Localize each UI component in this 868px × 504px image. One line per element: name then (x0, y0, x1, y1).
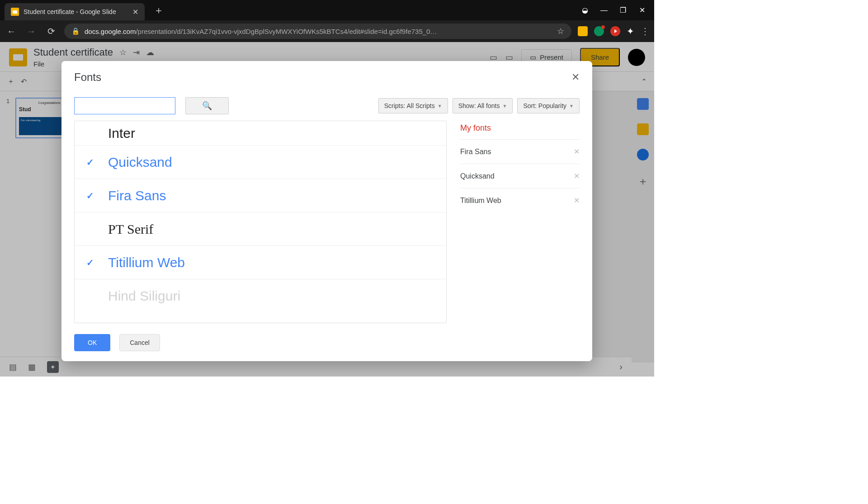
chevron-down-icon: ▼ (569, 104, 574, 108)
font-option[interactable]: ✓ Titillium Web (75, 246, 446, 279)
search-button[interactable]: 🔍 (185, 97, 229, 114)
browser-chrome: Student certificate - Google Slide ✕ ＋ ◒… (0, 0, 654, 42)
back-button[interactable]: ← (5, 26, 18, 37)
ok-button[interactable]: OK (74, 334, 110, 351)
youtube-icon[interactable] (610, 26, 620, 36)
browser-menu-icon[interactable]: ⋮ (641, 26, 650, 37)
my-fonts-title: My fonts (460, 121, 580, 139)
extension-icons: ✦ ⋮ (578, 26, 650, 37)
chevron-down-icon: ▼ (438, 104, 442, 108)
my-font-item[interactable]: Quicksand ✕ (460, 164, 580, 188)
bookmark-star-icon[interactable]: ☆ (557, 26, 564, 36)
font-name: Hind Siliguri (108, 288, 180, 304)
font-search-input[interactable] (74, 97, 175, 114)
font-name: Titillium Web (108, 255, 185, 270)
extensions-menu-icon[interactable]: ✦ (627, 26, 634, 37)
url-bar[interactable]: 🔒 docs.google.com/presentation/d/13iKvAZ… (64, 24, 571, 39)
font-list[interactable]: Inter ✓ Quicksand ✓ Fira Sans PT Serif ✓… (74, 121, 447, 323)
minimize-icon[interactable]: — (600, 6, 608, 14)
grammarly-icon[interactable] (594, 26, 604, 36)
maximize-icon[interactable]: ❐ (619, 6, 627, 14)
font-name: Inter (108, 126, 135, 141)
fonts-dialog: Fonts ✕ 🔍 Scripts: All Scripts▼ Show: Al… (61, 61, 592, 361)
lock-icon: 🔒 (71, 27, 80, 35)
slides-favicon (11, 8, 19, 16)
font-name: Quicksand (108, 155, 172, 170)
close-icon[interactable]: ✕ (638, 6, 646, 14)
window-controls: ◒ — ❐ ✕ (581, 6, 646, 14)
nav-bar: ← → ⟳ 🔒 docs.google.com/presentation/d/1… (0, 20, 654, 42)
dialog-close-icon[interactable]: ✕ (571, 71, 580, 83)
font-option[interactable]: Inter (75, 121, 446, 146)
search-icon: 🔍 (202, 101, 212, 111)
font-name: PT Serif (108, 221, 153, 237)
cancel-button[interactable]: Cancel (119, 334, 160, 351)
new-tab-button[interactable]: ＋ (154, 4, 164, 17)
chevron-down-icon: ▼ (502, 104, 507, 108)
show-dropdown[interactable]: Show: All fonts▼ (453, 98, 513, 113)
font-option[interactable]: Hind Siliguri (75, 279, 446, 313)
my-font-item[interactable]: Titillium Web ✕ (460, 188, 580, 212)
tab-title: Student certificate - Google Slide (24, 8, 128, 15)
font-name: Fira Sans (108, 188, 166, 203)
font-option[interactable]: ✓ Fira Sans (75, 179, 446, 212)
remove-icon[interactable]: ✕ (574, 196, 580, 205)
check-icon: ✓ (86, 157, 99, 168)
tab-bar: Student certificate - Google Slide ✕ ＋ ◒… (0, 0, 654, 20)
my-font-name: Quicksand (460, 172, 495, 180)
my-font-name: Fira Sans (460, 148, 491, 156)
slides-app: Student certificate ☆ ⇥ ☁ File ▭ ▭ ▭Pres… (0, 42, 654, 377)
sort-dropdown[interactable]: Sort: Popularity▼ (517, 98, 580, 113)
font-option[interactable]: PT Serif (75, 212, 446, 246)
font-option[interactable]: ✓ Quicksand (75, 146, 446, 179)
my-fonts-panel: My fonts Fira Sans ✕ Quicksand ✕ Titilli… (460, 121, 580, 323)
my-font-item[interactable]: Fira Sans ✕ (460, 139, 580, 164)
remove-icon[interactable]: ✕ (574, 172, 580, 180)
browser-tab[interactable]: Student certificate - Google Slide ✕ (5, 3, 145, 20)
scripts-dropdown[interactable]: Scripts: All Scripts▼ (378, 98, 448, 113)
forward-button[interactable]: → (24, 26, 38, 37)
extension-icon[interactable] (578, 26, 588, 36)
shield-icon[interactable]: ◒ (581, 6, 589, 14)
reload-button[interactable]: ⟳ (44, 26, 58, 37)
check-icon: ✓ (86, 257, 99, 268)
check-icon: ✓ (86, 190, 99, 201)
url-text: docs.google.com/presentation/d/13iKvAZ7q… (85, 28, 552, 35)
remove-icon[interactable]: ✕ (574, 147, 580, 156)
dialog-title: Fonts (74, 71, 101, 84)
my-font-name: Titillium Web (460, 197, 501, 205)
tab-close-icon[interactable]: ✕ (132, 8, 138, 16)
